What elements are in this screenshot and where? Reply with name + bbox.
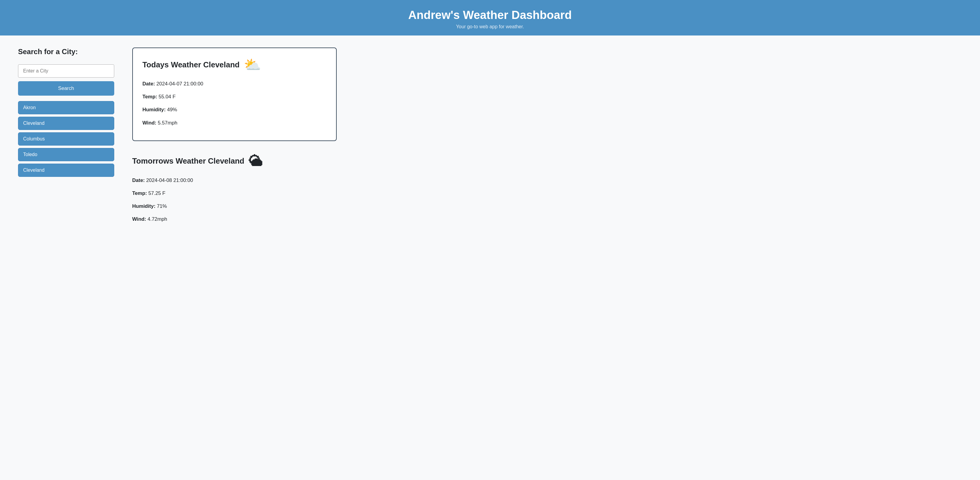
tomorrow-wind-value: 4.72mph [148, 216, 167, 222]
today-wind-label: Wind: [143, 120, 156, 126]
tomorrow-wind-label: Wind: [132, 216, 146, 222]
today-weather-icon: ⛅ [244, 57, 261, 73]
today-wind-value: 5.57mph [158, 120, 177, 126]
today-title-text: Todays Weather Cleveland [143, 61, 240, 69]
tomorrow-wind: Wind: 4.72mph [132, 215, 962, 223]
tomorrow-date-value: 2024-04-08 21:00:00 [146, 177, 193, 183]
history-item-cleveland-1[interactable]: Cleveland [18, 117, 114, 130]
today-weather-card: Todays Weather Cleveland ⛅ Date: 2024-04… [132, 48, 337, 141]
history-item-akron[interactable]: Akron [18, 101, 114, 114]
tomorrow-humidity-value: 71% [157, 203, 167, 209]
today-card-title: Todays Weather Cleveland ⛅ [143, 57, 326, 73]
weather-panel: Todays Weather Cleveland ⛅ Date: 2024-04… [132, 48, 962, 228]
history-item-cleveland-2[interactable]: Cleveland [18, 164, 114, 177]
tomorrow-weather-icon: 🌥 [248, 153, 262, 169]
tomorrow-card-title: Tomorrows Weather Cleveland 🌥 [132, 153, 962, 169]
today-wind: Wind: 5.57mph [143, 119, 326, 127]
today-temp-value: 55.04 F [158, 94, 175, 100]
tomorrow-date: Date: 2024-04-08 21:00:00 [132, 177, 962, 184]
tomorrow-title-text: Tomorrows Weather Cleveland [132, 157, 244, 166]
tomorrow-humidity-label: Humidity: [132, 203, 156, 209]
app-title: Andrew's Weather Dashboard [6, 8, 974, 22]
tomorrow-date-label: Date: [132, 177, 145, 183]
today-humidity: Humidity: 49% [143, 106, 326, 113]
tomorrow-humidity: Humidity: 71% [132, 203, 962, 210]
today-date-label: Date: [143, 81, 155, 87]
history-item-toledo[interactable]: Toledo [18, 148, 114, 161]
tomorrow-temp: Temp: 57.25 F [132, 190, 962, 197]
city-search-input[interactable] [18, 64, 114, 78]
today-date: Date: 2024-04-07 21:00:00 [143, 80, 326, 88]
today-humidity-value: 49% [167, 107, 177, 112]
search-history-list: Akron Cleveland Columbus Toledo Clevelan… [18, 101, 114, 177]
history-item-columbus[interactable]: Columbus [18, 132, 114, 145]
tomorrow-temp-value: 57.25 F [148, 190, 165, 196]
app-header: Andrew's Weather Dashboard Your go-to we… [0, 0, 980, 35]
sidebar-heading: Search for a City: [18, 48, 114, 56]
sidebar: Search for a City: Search Akron Clevelan… [18, 48, 114, 177]
today-date-value: 2024-04-07 21:00:00 [156, 81, 203, 87]
app-subtitle: Your go-to web app for weather. [6, 24, 974, 29]
tomorrow-temp-label: Temp: [132, 190, 147, 196]
tomorrow-weather-section: Tomorrows Weather Cleveland 🌥 Date: 2024… [132, 153, 962, 228]
today-temp-label: Temp: [143, 94, 157, 100]
today-humidity-label: Humidity: [143, 107, 165, 112]
search-button[interactable]: Search [18, 81, 114, 96]
today-temp: Temp: 55.04 F [143, 93, 326, 100]
